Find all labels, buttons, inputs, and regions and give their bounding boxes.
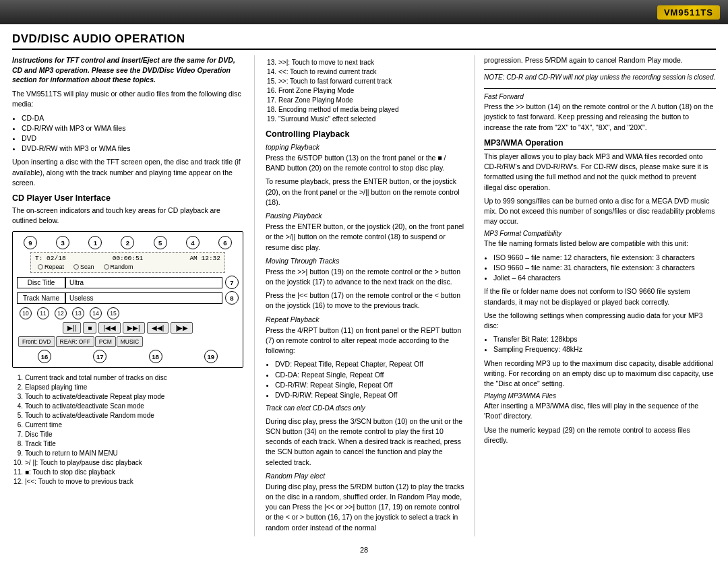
playing-para1: After inserting a MP3/WMA disc, files wi…: [484, 401, 716, 421]
num-16: 16: [38, 350, 51, 363]
list-item: 10.>/ ||: Touch to play/pause disc playb…: [12, 458, 243, 468]
list-item: DVD: [22, 133, 243, 144]
ctrl-num-13: 13: [72, 307, 84, 319]
display-radio-row: Repeat Scan Random: [35, 263, 220, 270]
settings-para: Use the following settings when compress…: [484, 311, 716, 331]
moving-para1: Press the >>| button (19) on the remote …: [266, 267, 464, 287]
list-item: 1.Current track and total number of trac…: [12, 373, 243, 383]
far-right-column: progression. Press 5/RDM again to cancel…: [475, 55, 716, 536]
topping-para: Press the 6/STOP button (13) on the fron…: [266, 153, 464, 173]
media-list: CD-DA CD-R/RW with MP3 or WMA files DVD …: [22, 113, 243, 154]
list-item: CD-R/RW with MP3 or WMA files: [22, 123, 243, 133]
info-rows: Disc Title Ultra 7 Track Name Useless 8: [17, 276, 239, 305]
list-item: 19."Surround Music" effect selected: [266, 115, 464, 124]
scan-circle: [73, 264, 79, 270]
note-text: NOTE: CD-R and CD-RW will not play unles…: [484, 73, 716, 82]
cd-diagram: 9 3 1 2 5 4 6 T: 02/18 00:00:51 AM 12:32: [12, 231, 243, 368]
resume-para: To resume playback, press the ENTER butt…: [266, 177, 464, 208]
num-19: 19: [204, 350, 218, 363]
mp3-format-label: MP3 Format Compatibility: [484, 230, 716, 237]
cd-section-header: CD Player User Interface: [12, 193, 243, 203]
repeat-circle: [38, 264, 43, 270]
step-fwd-btn[interactable]: ▶▶|: [123, 322, 145, 334]
list-item: 9.Touch to return to MAIN MENU: [12, 449, 243, 458]
stop-btn[interactable]: ■: [83, 322, 96, 334]
list-item: 14.<<: Touch to rewind current track: [266, 67, 464, 77]
repeat-para: Press the 4/RPT button (11) on front pan…: [266, 325, 464, 356]
step-back-btn[interactable]: |◀◀: [98, 322, 121, 334]
disc-title-value: Ultra: [65, 277, 222, 288]
random-circle: [104, 264, 109, 270]
rear-off-btn[interactable]: REAR: OFF: [56, 336, 94, 347]
fast-forward-label: Fast Forward: [484, 93, 716, 100]
repeat-label: Repeat Playback: [266, 315, 464, 323]
list-item: 13.>>|: Touch to move to next track: [266, 58, 464, 67]
list-item: CD-DA: [22, 113, 243, 123]
page-title: DVD/DISC AUDIO OPERATION: [12, 32, 716, 50]
repeat-radio: Repeat: [38, 263, 64, 270]
ff-btn[interactable]: |▶▶: [171, 322, 193, 334]
list-item: CD-DA: Repeat Single, Repeat Off: [275, 370, 464, 380]
list-item: 6.Current time: [12, 420, 243, 430]
moving-para2: Press the |<< button (17) on the remote …: [266, 290, 464, 311]
list-item: 8.Track Title: [12, 439, 243, 449]
scan-label: Scan: [80, 263, 94, 270]
num-18: 18: [149, 350, 162, 363]
track-name-label: Track Name: [17, 292, 65, 304]
scan-radio: Scan: [73, 263, 94, 270]
list-item: 16.Front Zone Playing Mode: [266, 86, 464, 96]
num-6: 6: [218, 236, 232, 249]
mp3-para2: Up to 999 songs/files can be burned onto…: [484, 196, 716, 227]
transport-buttons: ▶|| ■ |◀◀ ▶▶| ◀◀| |▶▶: [17, 322, 239, 334]
rew-btn[interactable]: ◀◀|: [147, 322, 169, 334]
random-label: Random: [111, 263, 133, 270]
list-item: CD-R/RW: Repeat Single, Repeat Off: [275, 380, 464, 390]
pcm-btn[interactable]: PCM: [95, 336, 116, 347]
mp3-section-title: MP3/WMA Operation: [484, 138, 716, 150]
settings-list: Transfer Bit Rate: 128kbps Sampling Freq…: [493, 334, 716, 354]
display-row1: T: 02/18 00:00:51 AM 12:32: [35, 255, 220, 262]
random-radio: Random: [104, 263, 133, 270]
repeat-label: Repeat: [44, 263, 64, 270]
ctrl-num-12: 12: [55, 307, 67, 319]
pausing-para: Press the ENTER button, or the joystick …: [266, 222, 464, 253]
logo-badge: VM9511TS: [657, 5, 720, 20]
list-item: 3.Touch to activate/deactivate Repeat pl…: [12, 392, 243, 402]
num-5: 5: [154, 236, 167, 249]
right-section: 13.>>|: Touch to move to next track 14.<…: [255, 55, 716, 536]
random-label: Random Play elect: [266, 472, 464, 480]
note-box: NOTE: CD-R and CD-RW will not play unles…: [484, 69, 716, 89]
disc-title-row: Disc Title Ultra 7: [17, 276, 239, 289]
num-1: 1: [88, 236, 102, 249]
list-item: 4.Touch to activate/deactivate Scan mode: [12, 402, 243, 411]
zone-row: Front: DVD REAR: OFF PCM MUSIC: [17, 336, 239, 347]
play-pause-btn[interactable]: ▶||: [63, 322, 81, 334]
ctrl-num-11: 11: [37, 307, 49, 319]
continued-list: 13.>>|: Touch to move to next track 14.<…: [266, 58, 464, 124]
num-3: 3: [56, 236, 69, 249]
music-btn[interactable]: MUSIC: [117, 336, 143, 347]
list-item: Transfer Bit Rate: 128kbps: [493, 334, 716, 344]
recording-para: When recording MP3 up to the maximum dis…: [484, 358, 716, 389]
ctrl-num-15: 15: [107, 307, 119, 319]
top-num-row: 9 3 1 2 5 4 6: [17, 236, 239, 249]
num-8: 8: [225, 291, 239, 305]
front-dvd-btn[interactable]: Front: DVD: [18, 336, 55, 347]
list-item: 11.■: Touch to stop disc playback: [12, 468, 243, 477]
mp3-format-list: ISO 9660 – file name: 12 characters, fil…: [493, 253, 716, 284]
ctrl-num-10: 10: [20, 307, 32, 319]
two-col-layout: Instructions for TFT control and Insert/…: [12, 55, 716, 536]
cd-para: The on-screen indicators and touch key a…: [12, 206, 243, 226]
page-number: 28: [12, 543, 716, 554]
list-item: 2.Elapsed playing time: [12, 383, 243, 392]
playing-para2: Use the numeric keypad (29) on the remot…: [484, 425, 716, 445]
numbered-list: 1.Current track and total number of trac…: [12, 373, 243, 487]
num-7: 7: [225, 276, 239, 289]
display-time: T: 02/18: [35, 255, 66, 262]
list-item: Joliet – 64 characters: [493, 273, 716, 283]
display-area: T: 02/18 00:00:51 AM 12:32 Repeat Scan: [30, 252, 225, 273]
scn-para: During disc play, press the 3/SCN button…: [266, 416, 464, 468]
ctrl-num-14: 14: [90, 307, 102, 319]
track-can: Track can elect CD-DA discs only: [266, 404, 464, 414]
track-name-value: Useless: [65, 292, 222, 304]
